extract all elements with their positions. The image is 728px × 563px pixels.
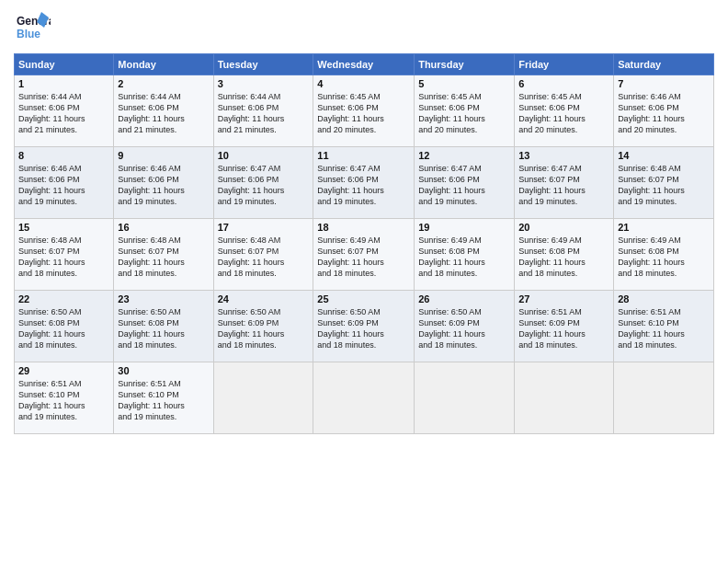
- calendar-cell: 26Sunrise: 6:50 AM Sunset: 6:09 PM Dayli…: [415, 291, 515, 362]
- day-info: Sunrise: 6:49 AM Sunset: 6:08 PM Dayligh…: [518, 235, 609, 280]
- day-number: 20: [518, 222, 609, 233]
- day-number: 13: [518, 150, 609, 161]
- day-info: Sunrise: 6:48 AM Sunset: 6:07 PM Dayligh…: [618, 163, 710, 208]
- day-info: Sunrise: 6:45 AM Sunset: 6:06 PM Dayligh…: [418, 91, 510, 136]
- day-number: 10: [218, 150, 310, 161]
- weekday-header-monday: Monday: [114, 54, 213, 75]
- day-info: Sunrise: 6:51 AM Sunset: 6:10 PM Dayligh…: [18, 378, 109, 423]
- day-info: Sunrise: 6:46 AM Sunset: 6:06 PM Dayligh…: [618, 91, 710, 136]
- calendar-cell: 30Sunrise: 6:51 AM Sunset: 6:10 PM Dayli…: [114, 362, 213, 434]
- weekday-header-tuesday: Tuesday: [213, 54, 313, 75]
- day-number: 23: [118, 293, 209, 304]
- day-number: 7: [618, 78, 710, 89]
- calendar-cell: 7Sunrise: 6:46 AM Sunset: 6:06 PM Daylig…: [614, 75, 714, 147]
- day-number: 9: [118, 150, 209, 161]
- day-number: 6: [518, 78, 609, 89]
- calendar-cell: 24Sunrise: 6:50 AM Sunset: 6:09 PM Dayli…: [213, 291, 313, 362]
- day-info: Sunrise: 6:44 AM Sunset: 6:06 PM Dayligh…: [118, 91, 209, 136]
- calendar-cell: 17Sunrise: 6:48 AM Sunset: 6:07 PM Dayli…: [213, 219, 313, 291]
- weekday-header-thursday: Thursday: [415, 54, 515, 75]
- weekday-header-row: SundayMondayTuesdayWednesdayThursdayFrid…: [15, 54, 714, 75]
- day-number: 12: [418, 150, 510, 161]
- weekday-header-saturday: Saturday: [614, 54, 714, 75]
- day-number: 25: [317, 293, 410, 304]
- calendar-table: SundayMondayTuesdayWednesdayThursdayFrid…: [14, 53, 714, 434]
- day-info: Sunrise: 6:50 AM Sunset: 6:09 PM Dayligh…: [218, 306, 310, 351]
- day-info: Sunrise: 6:49 AM Sunset: 6:08 PM Dayligh…: [418, 235, 510, 280]
- day-number: 2: [118, 78, 209, 89]
- calendar-cell: [614, 362, 714, 434]
- calendar-cell: 21Sunrise: 6:49 AM Sunset: 6:08 PM Dayli…: [614, 219, 714, 291]
- weekday-header-friday: Friday: [515, 54, 614, 75]
- day-number: 4: [317, 78, 410, 89]
- day-number: 11: [317, 150, 410, 161]
- calendar-cell: 16Sunrise: 6:48 AM Sunset: 6:07 PM Dayli…: [114, 219, 213, 291]
- day-number: 17: [218, 222, 310, 233]
- day-info: Sunrise: 6:50 AM Sunset: 6:09 PM Dayligh…: [418, 306, 510, 351]
- day-number: 30: [118, 365, 209, 376]
- day-number: 22: [18, 293, 109, 304]
- calendar-cell: 12Sunrise: 6:47 AM Sunset: 6:06 PM Dayli…: [415, 147, 515, 219]
- day-info: Sunrise: 6:49 AM Sunset: 6:07 PM Dayligh…: [317, 235, 410, 280]
- calendar-cell: 20Sunrise: 6:49 AM Sunset: 6:08 PM Dayli…: [515, 219, 614, 291]
- day-number: 28: [618, 293, 710, 304]
- calendar-cell: 28Sunrise: 6:51 AM Sunset: 6:10 PM Dayli…: [614, 291, 714, 362]
- day-info: Sunrise: 6:51 AM Sunset: 6:09 PM Dayligh…: [518, 306, 609, 351]
- calendar-cell: 23Sunrise: 6:50 AM Sunset: 6:08 PM Dayli…: [114, 291, 213, 362]
- svg-text:Blue: Blue: [17, 28, 40, 40]
- day-info: Sunrise: 6:49 AM Sunset: 6:08 PM Dayligh…: [618, 235, 710, 280]
- day-info: Sunrise: 6:50 AM Sunset: 6:08 PM Dayligh…: [118, 306, 209, 351]
- day-info: Sunrise: 6:45 AM Sunset: 6:06 PM Dayligh…: [317, 91, 410, 136]
- day-info: Sunrise: 6:51 AM Sunset: 6:10 PM Dayligh…: [618, 306, 710, 351]
- calendar-cell: 4Sunrise: 6:45 AM Sunset: 6:06 PM Daylig…: [313, 75, 415, 147]
- weekday-header-wednesday: Wednesday: [313, 54, 415, 75]
- calendar-cell: 10Sunrise: 6:47 AM Sunset: 6:06 PM Dayli…: [213, 147, 313, 219]
- day-info: Sunrise: 6:48 AM Sunset: 6:07 PM Dayligh…: [218, 235, 310, 280]
- weekday-header-sunday: Sunday: [15, 54, 114, 75]
- day-info: Sunrise: 6:46 AM Sunset: 6:06 PM Dayligh…: [118, 163, 209, 208]
- day-number: 16: [118, 222, 209, 233]
- day-number: 26: [418, 293, 510, 304]
- day-info: Sunrise: 6:50 AM Sunset: 6:08 PM Dayligh…: [18, 306, 109, 351]
- week-row-4: 22Sunrise: 6:50 AM Sunset: 6:08 PM Dayli…: [15, 291, 714, 362]
- week-row-5: 29Sunrise: 6:51 AM Sunset: 6:10 PM Dayli…: [15, 362, 714, 434]
- calendar-cell: 6Sunrise: 6:45 AM Sunset: 6:06 PM Daylig…: [515, 75, 614, 147]
- day-number: 5: [418, 78, 510, 89]
- day-info: Sunrise: 6:46 AM Sunset: 6:06 PM Dayligh…: [18, 163, 109, 208]
- calendar-cell: 19Sunrise: 6:49 AM Sunset: 6:08 PM Dayli…: [415, 219, 515, 291]
- calendar-cell: 2Sunrise: 6:44 AM Sunset: 6:06 PM Daylig…: [114, 75, 213, 147]
- day-number: 19: [418, 222, 510, 233]
- day-number: 8: [18, 150, 109, 161]
- calendar-cell: 5Sunrise: 6:45 AM Sunset: 6:06 PM Daylig…: [415, 75, 515, 147]
- day-number: 27: [518, 293, 609, 304]
- day-number: 18: [317, 222, 410, 233]
- logo-container: General Blue: [14, 9, 51, 46]
- logo-svg: General Blue: [14, 9, 51, 46]
- day-info: Sunrise: 6:47 AM Sunset: 6:07 PM Dayligh…: [518, 163, 609, 208]
- logo: General Blue: [14, 9, 51, 46]
- calendar-cell: 15Sunrise: 6:48 AM Sunset: 6:07 PM Dayli…: [15, 219, 114, 291]
- day-number: 29: [18, 365, 109, 376]
- day-info: Sunrise: 6:44 AM Sunset: 6:06 PM Dayligh…: [18, 91, 109, 136]
- day-number: 1: [18, 78, 109, 89]
- calendar-cell: 22Sunrise: 6:50 AM Sunset: 6:08 PM Dayli…: [15, 291, 114, 362]
- week-row-3: 15Sunrise: 6:48 AM Sunset: 6:07 PM Dayli…: [15, 219, 714, 291]
- calendar-cell: 25Sunrise: 6:50 AM Sunset: 6:09 PM Dayli…: [313, 291, 415, 362]
- calendar-cell: 3Sunrise: 6:44 AM Sunset: 6:06 PM Daylig…: [213, 75, 313, 147]
- day-number: 24: [218, 293, 310, 304]
- day-number: 21: [618, 222, 710, 233]
- day-info: Sunrise: 6:48 AM Sunset: 6:07 PM Dayligh…: [118, 235, 209, 280]
- calendar-cell: [313, 362, 415, 434]
- calendar-cell: [415, 362, 515, 434]
- day-info: Sunrise: 6:48 AM Sunset: 6:07 PM Dayligh…: [18, 235, 109, 280]
- calendar-cell: 1Sunrise: 6:44 AM Sunset: 6:06 PM Daylig…: [15, 75, 114, 147]
- calendar-cell: 13Sunrise: 6:47 AM Sunset: 6:07 PM Dayli…: [515, 147, 614, 219]
- calendar-cell: 18Sunrise: 6:49 AM Sunset: 6:07 PM Dayli…: [313, 219, 415, 291]
- day-number: 14: [618, 150, 710, 161]
- day-number: 3: [218, 78, 310, 89]
- day-info: Sunrise: 6:51 AM Sunset: 6:10 PM Dayligh…: [118, 378, 209, 423]
- calendar-cell: [515, 362, 614, 434]
- calendar-cell: 29Sunrise: 6:51 AM Sunset: 6:10 PM Dayli…: [15, 362, 114, 434]
- day-info: Sunrise: 6:50 AM Sunset: 6:09 PM Dayligh…: [317, 306, 410, 351]
- week-row-1: 1Sunrise: 6:44 AM Sunset: 6:06 PM Daylig…: [15, 75, 714, 147]
